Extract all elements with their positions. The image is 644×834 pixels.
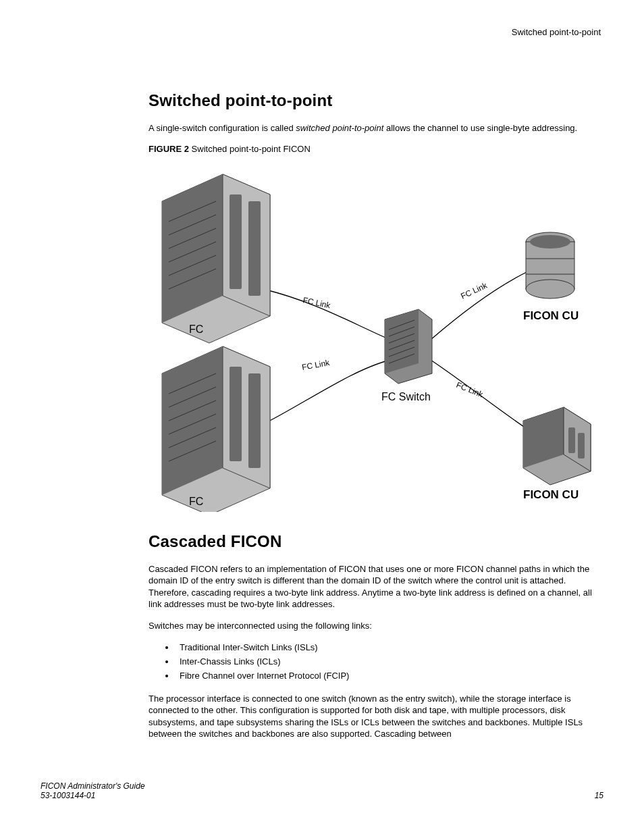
link-types-list: Traditional Inter-Switch Links (ISLs) In… [176, 641, 601, 683]
fc-label-bottom: FC [189, 496, 203, 507]
ficon-cu-bottom-label: FICON CU [523, 488, 579, 501]
footer-doc-number: 53-1003144-01 [41, 791, 145, 800]
svg-rect-9 [230, 194, 242, 289]
footer-page-number: 15 [595, 791, 603, 800]
para-switched-intro: A single-switch configuration is called … [149, 122, 601, 134]
fc-label-top: FC [189, 323, 203, 335]
fc-link-label-2: FC Link [301, 357, 331, 371]
svg-point-32 [526, 280, 574, 298]
para-frag-b: allows the channel to use single-byte ad… [383, 123, 577, 133]
svg-point-33 [530, 235, 570, 249]
content-column: Switched point-to-point A single-switch … [149, 91, 601, 740]
svg-rect-39 [568, 427, 575, 453]
wire-fc-bottom [263, 360, 390, 424]
list-item: Inter-Chassis Links (ICLs) [176, 655, 601, 669]
ficon-cu-top-icon [526, 232, 574, 298]
heading-cascaded-ficon: Cascaded FICON [149, 532, 601, 551]
svg-rect-21 [248, 373, 261, 468]
server-rack-top [162, 174, 270, 343]
svg-rect-41 [530, 431, 541, 446]
wire-cu-top [431, 272, 527, 340]
para-frag-italic: switched point-to-point [296, 123, 383, 133]
svg-rect-20 [230, 367, 242, 461]
running-header: Switched point-to-point [41, 27, 603, 37]
fc-link-label-4: FC Link [455, 380, 485, 399]
para-cascaded-2: Switches may be interconnected using the… [149, 620, 601, 632]
fc-switch-label: FC Switch [381, 391, 431, 402]
figure2-label: FIGURE 2 [149, 144, 189, 154]
page-container: Switched point-to-point Switched point-t… [0, 0, 644, 834]
server-rack-bottom [162, 346, 270, 512]
figure2-svg: FC Link FC Link FC Link FC Link [149, 161, 608, 512]
ficon-cu-bottom-icon [523, 407, 591, 485]
heading-switched-point-to-point: Switched point-to-point [149, 91, 601, 110]
list-item: Traditional Inter-Switch Links (ISLs) [176, 641, 601, 655]
list-item: Fibre Channel over Internet Protocol (FC… [176, 669, 601, 683]
wire-fc-top [263, 289, 390, 340]
ficon-cu-top-label: FICON CU [523, 309, 579, 322]
figure2-caption: FIGURE 2 Switched point-to-point FICON [149, 144, 601, 154]
para-cascaded-3: The processor interface is connected to … [149, 693, 601, 740]
figure2-diagram: FC Link FC Link FC Link FC Link [149, 161, 608, 512]
footer-guide-title: FICON Administrator's Guide [41, 781, 145, 791]
svg-marker-23 [385, 309, 419, 373]
fc-link-label-1: FC Link [302, 295, 331, 310]
fc-switch-icon [385, 309, 432, 384]
para-frag-a: A single-switch configuration is called [149, 123, 296, 133]
para-cascaded-1: Cascaded FICON refers to an implementati… [149, 563, 601, 610]
fc-link-label-3: FC Link [459, 280, 489, 301]
svg-rect-40 [578, 433, 585, 459]
figure2-caption-text: Switched point-to-point FICON [189, 144, 311, 154]
page-footer: FICON Administrator's Guide 53-1003144-0… [41, 781, 603, 800]
footer-left: FICON Administrator's Guide 53-1003144-0… [41, 781, 145, 800]
svg-rect-10 [248, 201, 261, 296]
